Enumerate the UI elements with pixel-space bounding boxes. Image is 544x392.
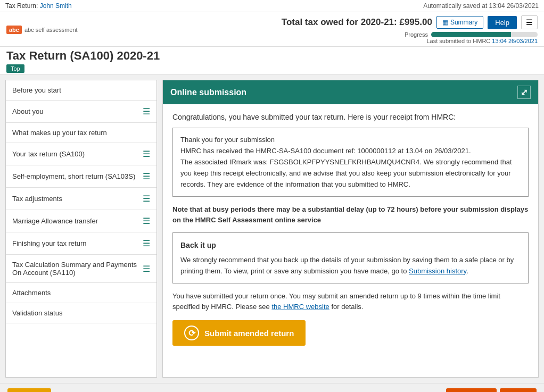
receipt-text: Thank you for your submissionHMRC has re…	[180, 136, 512, 188]
note-text: Note that at busy periods there may be a…	[172, 204, 529, 225]
topbar: Tax Return: John Smith Automatically sav…	[0, 0, 544, 12]
sidebar-item-label: Tax adjustments	[12, 195, 62, 203]
content-body: Congratulations, you have submitted your…	[163, 104, 538, 354]
logo-text: abc self assessment	[24, 27, 78, 33]
sidebar-item-tax-adjustments[interactable]: Tax adjustments ☰	[6, 188, 156, 210]
expand-icon[interactable]: ⤢	[517, 86, 531, 99]
main-layout: Before you start About you ☰ What makes …	[0, 74, 544, 383]
progress-bar-fill	[431, 32, 511, 37]
sidebar-item-before-you-start[interactable]: Before you start	[6, 80, 156, 101]
submit-amended-button[interactable]: ⟳ Submit amended return	[172, 320, 306, 346]
sidebar-item-label: Before you start	[12, 86, 61, 94]
sidebar-item-label: Finishing your tax return	[12, 239, 86, 247]
sidebar-item-label: Tax Calculation Summary and Payments On …	[12, 261, 143, 277]
receipt-box: Thank you for your submissionHMRC has re…	[172, 128, 529, 197]
backup-box: Back it up We strongly recommend that yo…	[172, 232, 529, 283]
header: abc abc self assessment Total tax owed f…	[0, 12, 544, 47]
submission-history-link[interactable]: Submission history	[409, 267, 466, 275]
backup-title: Back it up	[180, 239, 521, 251]
top-badge[interactable]: Top	[6, 64, 24, 73]
sidebar-item-label: Self-employment, short return (SA103S)	[12, 172, 135, 180]
tax-return-label: Tax Return:	[5, 2, 38, 10]
list-icon: ☰	[143, 264, 150, 274]
sidebar: Before you start About you ☰ What makes …	[5, 80, 157, 378]
tax-total: Total tax owed for 2020-21: £995.00 ▦ Su…	[282, 15, 538, 29]
sidebar-item-label: Validation status	[12, 309, 62, 317]
footer-nav-buttons: ‹ Previous Next ›	[446, 388, 537, 392]
page-title: Tax Return (SA100) 2020-21	[6, 49, 538, 63]
sidebar-item-label: What makes up your tax return	[12, 129, 107, 137]
list-icon: ☰	[143, 149, 150, 159]
progress-area: Progress Last submitted to HMRC 13:04 26…	[282, 31, 538, 44]
sidebar-item-validation-status[interactable]: Validation status	[6, 303, 156, 323]
summary-button[interactable]: ▦ Summary	[436, 16, 483, 29]
footer: ◄ Back ‹ Previous Next ›	[0, 383, 544, 392]
hmrc-website-link[interactable]: the HMRC website	[271, 303, 329, 311]
list-icon: ☰	[143, 106, 150, 116]
list-icon: ☰	[143, 194, 150, 204]
sidebar-item-what-makes-up[interactable]: What makes up your tax return	[6, 123, 156, 143]
sidebar-item-about-you[interactable]: About you ☰	[6, 101, 156, 123]
tax-total-label: Total tax owed for 2020-21: £995.00	[282, 17, 432, 28]
submit-amended-icon: ⟳	[184, 326, 199, 340]
back-button[interactable]: ◄ Back	[7, 388, 51, 392]
sidebar-item-label: About you	[12, 107, 44, 115]
sidebar-item-tax-calc-summary[interactable]: Tax Calculation Summary and Payments On …	[6, 255, 156, 283]
content-header: Online submission ⤢	[163, 80, 538, 104]
menu-button[interactable]: ☰	[521, 15, 538, 29]
sidebar-item-tax-return-sa100[interactable]: Your tax return (SA100) ☰	[6, 143, 156, 165]
amended-text: You have submitted your return once. You…	[172, 291, 529, 312]
list-icon: ☰	[143, 171, 150, 181]
last-submitted: Last submitted to HMRC 13:04 26/03/2021	[426, 38, 538, 44]
sidebar-item-label: Marriage Allowance transfer	[12, 217, 98, 225]
sidebar-item-label: Your tax return (SA100)	[12, 150, 85, 158]
sidebar-item-marriage-allowance[interactable]: Marriage Allowance transfer ☰	[6, 210, 156, 232]
last-submitted-link[interactable]: 13:04 26/03/2021	[492, 38, 538, 44]
sidebar-item-finishing[interactable]: Finishing your tax return ☰	[6, 232, 156, 255]
previous-button[interactable]: ‹ Previous	[446, 388, 497, 392]
list-icon: ☰	[143, 216, 150, 226]
sidebar-item-label: Attachments	[12, 289, 51, 297]
help-button[interactable]: Help	[488, 16, 517, 29]
progress-label: Progress	[405, 31, 428, 38]
sidebar-item-attachments[interactable]: Attachments	[6, 283, 156, 303]
sidebar-item-self-employment[interactable]: Self-employment, short return (SA103S) ☰	[6, 165, 156, 188]
progress-bar	[431, 32, 538, 37]
list-icon: ☰	[143, 238, 150, 248]
logo-box: abc	[6, 26, 22, 34]
autosave-text: Automatically saved at 13:04 26/03/2021	[423, 2, 539, 10]
content-area: Online submission ⤢ Congratulations, you…	[162, 80, 539, 378]
next-button[interactable]: Next ›	[500, 388, 537, 392]
summary-icon: ▦	[442, 19, 448, 26]
congrats-text: Congratulations, you have submitted your…	[172, 113, 529, 121]
submit-amended-label: Submit amended return	[204, 329, 294, 338]
logo: abc abc self assessment	[6, 26, 78, 34]
content-title: Online submission	[170, 88, 246, 97]
user-name-link[interactable]: John Smith	[40, 2, 72, 10]
